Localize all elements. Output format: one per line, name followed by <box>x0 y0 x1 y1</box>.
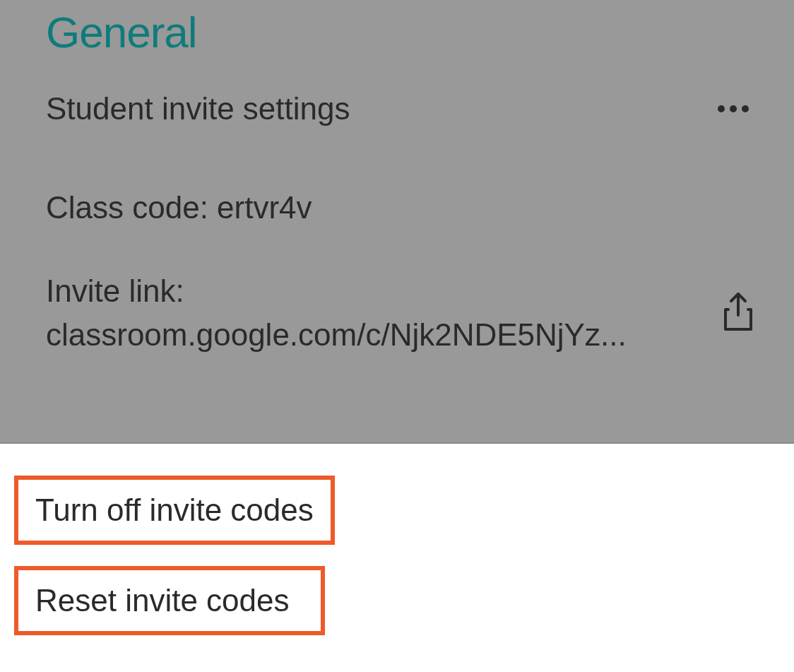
class-code-value: ertvr4v <box>217 190 312 225</box>
dot-icon <box>730 105 737 112</box>
class-code-label: Class code: <box>46 190 217 225</box>
settings-panel-dimmed: General Student invite settings Class co… <box>0 0 794 444</box>
student-invite-settings-label: Student invite settings <box>46 91 350 126</box>
turn-off-invite-codes-label: Turn off invite codes <box>35 493 314 527</box>
turn-off-invite-codes-button[interactable]: Turn off invite codes <box>14 476 335 545</box>
reset-invite-codes-label: Reset invite codes <box>35 583 290 618</box>
share-icon <box>721 291 755 332</box>
section-heading: General <box>0 0 794 78</box>
class-code-row: Class code: ertvr4v <box>0 155 794 240</box>
action-sheet: Turn off invite codes Reset invite codes <box>0 444 794 671</box>
invite-link-label: Invite link: <box>46 269 627 313</box>
invite-link-row: Invite link: classroom.google.com/c/Njk2… <box>0 240 794 370</box>
more-options-icon[interactable] <box>718 105 750 112</box>
invite-link-text: Invite link: classroom.google.com/c/Njk2… <box>46 269 627 356</box>
invite-link-value: classroom.google.com/c/Njk2NDE5NjYz... <box>46 313 627 357</box>
reset-invite-codes-button[interactable]: Reset invite codes <box>14 566 325 635</box>
dot-icon <box>742 105 749 112</box>
student-invite-settings-row: Student invite settings <box>0 78 794 155</box>
dot-icon <box>718 105 725 112</box>
share-button[interactable] <box>714 291 755 335</box>
